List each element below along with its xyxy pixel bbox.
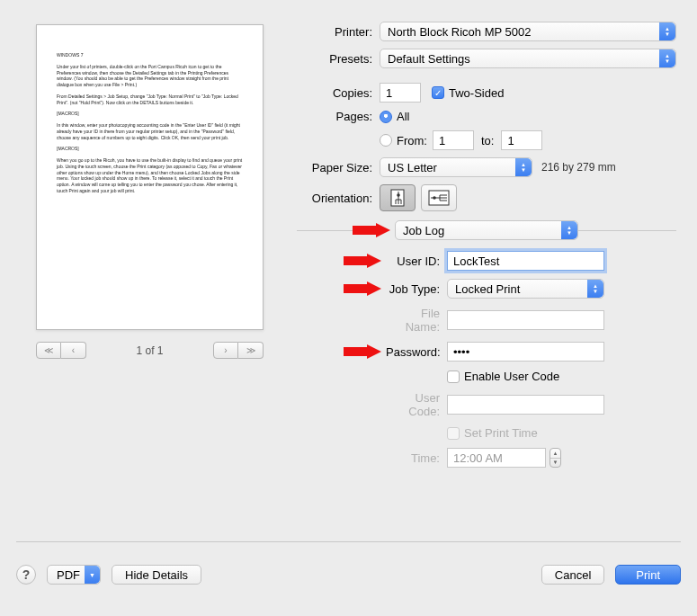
password-input[interactable] [447,342,604,362]
preview-text: [MACROS] [57,111,243,117]
set-print-time-checkbox [447,427,460,440]
annotation-arrow-icon [344,344,381,359]
jobtype-select[interactable]: Locked Print [447,279,604,299]
pages-range-radio[interactable] [380,134,392,147]
chevron-updown-icon [659,49,675,67]
pdf-menu[interactable]: PDF ▼ [47,565,101,585]
chevron-down-icon: ▼ [85,566,100,584]
section-select[interactable]: Job Log [395,220,578,240]
filename-input [447,310,604,330]
presets-select[interactable]: Default Settings [380,49,676,68]
pages-all-radio[interactable] [380,111,392,123]
landscape-icon [427,189,451,207]
chevron-down-icon: ▼ [550,459,560,468]
preview-nav: ≪ ‹ 1 of 1 › ≫ [36,342,264,359]
preview-text: Under your list of printers, double-clic… [57,64,243,88]
from-input[interactable] [433,130,474,150]
first-page-button[interactable]: ≪ [36,342,61,359]
chevron-updown-icon [515,158,532,176]
divider [16,541,681,542]
svg-point-5 [433,196,436,200]
pages-all-label: All [397,110,409,123]
orientation-portrait-button[interactable] [380,184,416,211]
section-value: Job Log [403,224,444,237]
preview-text: From Detailed Settings > Job Setup, chan… [57,94,243,106]
printer-select[interactable]: North Block Ricoh MP 5002 [380,22,676,41]
print-preview: WINDOWS 7 Under your list of printers, d… [36,24,264,330]
chevron-updown-icon [587,280,603,298]
hide-details-button[interactable]: Hide Details [112,565,201,585]
two-sided-checkbox[interactable]: ✓ [432,86,444,99]
orientation-landscape-button[interactable] [421,184,457,211]
printer-value: North Block Ricoh MP 5002 [388,25,531,39]
cancel-button[interactable]: Cancel [541,565,604,585]
to-label: to: [474,134,501,147]
userid-label: User ID: [386,254,447,268]
set-print-time-label: Set Print Time [464,426,538,440]
pdf-label: PDF [57,568,80,582]
jobtype-value: Locked Print [455,282,520,296]
time-input [447,448,546,468]
pages-label: Pages: [297,110,380,123]
enable-usercode-label: Enable User Code [464,370,559,383]
next-page-button[interactable]: › [213,342,238,359]
prev-page-button[interactable]: ‹ [61,342,86,359]
presets-value: Default Settings [388,52,470,66]
annotation-arrow-icon [344,254,381,268]
from-label: From: [397,134,427,147]
filename-label: File Name: [386,307,447,334]
presets-label: Presets: [297,52,380,66]
svg-marker-6 [353,223,390,237]
last-page-button[interactable]: ≫ [238,342,264,359]
portrait-icon [388,188,407,208]
orientation-label: Orientation: [297,192,380,205]
to-input[interactable] [501,130,542,150]
svg-point-2 [397,193,400,197]
svg-marker-9 [344,344,381,359]
chevron-up-icon: ▲ [550,449,560,459]
papersize-label: Paper Size: [297,161,380,174]
two-sided-label: Two-Sided [449,86,504,100]
copies-input[interactable] [380,83,421,103]
svg-marker-8 [344,281,381,296]
print-button[interactable]: Print [615,565,681,585]
annotation-arrow-icon [344,281,381,296]
time-label: Time: [386,451,447,465]
preview-text: In this window, enter your photocopying … [57,122,243,140]
preview-text: [MACROS] [57,146,243,152]
time-stepper: ▲ ▼ [550,448,561,468]
printer-label: Printer: [297,25,380,39]
preview-text: WINDOWS 7 [57,52,243,58]
page-indicator: 1 of 1 [136,344,163,357]
help-button[interactable]: ? [16,565,36,585]
papersize-value: US Letter [388,161,437,174]
svg-rect-0 [391,190,404,206]
chevron-updown-icon [659,22,675,40]
enable-usercode-checkbox[interactable] [447,370,460,383]
usercode-input [447,395,604,415]
annotation-arrow-icon [353,223,390,237]
papersize-select[interactable]: US Letter [380,157,532,177]
copies-label: Copies: [297,86,380,100]
papersize-note: 216 by 279 mm [541,161,616,174]
preview-text: When you go up to the Ricoh, you have to… [57,157,243,194]
jobtype-label: Job Type: [386,282,447,296]
chevron-updown-icon [561,221,577,239]
usercode-label: User Code: [386,391,447,418]
userid-input[interactable] [447,251,604,271]
svg-marker-7 [344,254,381,268]
password-label: Password: [386,345,447,359]
